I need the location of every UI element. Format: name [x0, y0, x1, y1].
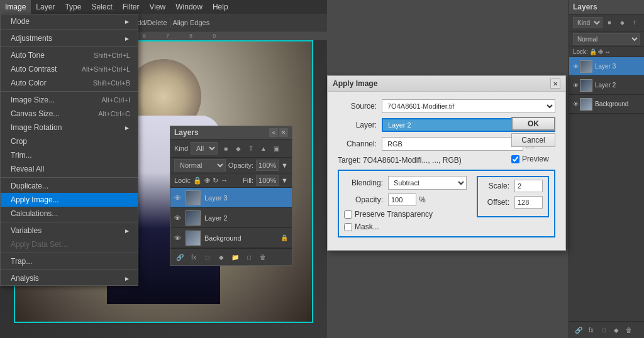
- channel-select[interactable]: RGB: [382, 137, 523, 151]
- dialog-body: Source: 7O4A8601-Modifier.tif Layer: Lay…: [328, 92, 565, 250]
- menu-item-canvas-size[interactable]: Canvas Size... Alt+Ctrl+C: [1, 107, 138, 121]
- menu-item-variables[interactable]: Variables ►: [1, 224, 138, 237]
- right-opt-1[interactable]: ■: [604, 17, 615, 28]
- right-layer-item-layer2[interactable]: 👁 Layer 2: [569, 76, 644, 95]
- right-kind-dropdown[interactable]: Kind: [573, 17, 602, 28]
- right-mask-btn[interactable]: □: [598, 324, 609, 335]
- new-layer-btn[interactable]: □: [243, 251, 255, 263]
- right-opt-3[interactable]: T: [629, 17, 640, 28]
- offset-input[interactable]: [514, 196, 543, 209]
- menu-item-trap[interactable]: Trap...: [1, 254, 138, 268]
- layer-item-background[interactable]: 👁 Background 🔒: [170, 228, 292, 248]
- blending-select[interactable]: Subtract: [388, 176, 467, 190]
- layers-close-btn[interactable]: ✕: [279, 128, 288, 137]
- blending-section: Blending: Subtract Opacity: %: [338, 170, 555, 237]
- menubar-view[interactable]: View: [144, 0, 170, 14]
- menu-item-duplicate[interactable]: Duplicate...: [1, 179, 138, 193]
- menubar-window[interactable]: Window: [170, 0, 208, 14]
- menu-item-crop[interactable]: Crop: [1, 134, 138, 148]
- right-blend-dropdown[interactable]: Normal: [573, 33, 640, 45]
- menubar-filter[interactable]: Filter: [118, 0, 145, 14]
- right-eye-icon-layer3[interactable]: 👁: [573, 63, 579, 70]
- menu-item-analysis[interactable]: Analysis ►: [1, 271, 138, 285]
- scale-label: Scale:: [483, 182, 514, 190]
- mask-btn[interactable]: □: [202, 251, 213, 263]
- menu-item-apply-image[interactable]: Apply Image...: [1, 193, 138, 207]
- menu-item-apply-data-set[interactable]: Apply Data Set...: [1, 237, 138, 251]
- right-adj-btn[interactable]: ◆: [611, 324, 622, 335]
- menu-item-auto-contrast[interactable]: Auto Contrast Alt+Shift+Ctrl+L: [1, 62, 138, 76]
- layer2-name: Layer 2: [204, 214, 228, 222]
- link-btn[interactable]: 🔗: [174, 251, 186, 263]
- layers-controls: « ✕: [269, 128, 288, 137]
- scale-input[interactable]: [514, 180, 543, 192]
- right-opt-2[interactable]: ◆: [616, 17, 628, 28]
- menu-item-auto-tone[interactable]: Auto Tone Shift+Ctrl+L: [1, 48, 138, 62]
- layer-opt-pixel[interactable]: ■: [220, 143, 231, 154]
- right-eye-icon-layer2[interactable]: 👁: [573, 82, 579, 89]
- menu-item-image-rotation[interactable]: Image Rotation ►: [1, 121, 138, 134]
- blend-mode-dropdown[interactable]: Normal: [174, 159, 226, 172]
- right-lock-row: Lock: 🔒 ✙ ↔: [569, 47, 644, 57]
- preserve-checkbox-label[interactable]: Preserve Transparency: [344, 210, 467, 219]
- menubar-layer[interactable]: Layer: [31, 0, 60, 14]
- menubar-type[interactable]: Type: [60, 0, 86, 14]
- layer3-name: Layer 3: [204, 194, 228, 202]
- ok-button[interactable]: OK: [511, 117, 555, 131]
- dialog-buttons: OK Cancel Preview: [511, 117, 555, 163]
- mask-checkbox-label[interactable]: Mask...: [344, 222, 467, 231]
- layer-opt-adjust[interactable]: ◆: [233, 143, 244, 154]
- opacity-dialog-row: Opacity: %: [344, 194, 467, 206]
- menubar-select[interactable]: Select: [86, 0, 117, 14]
- menubar-image[interactable]: Image: [0, 0, 31, 14]
- scale-offset-box: Scale: Offset:: [477, 176, 549, 217]
- layer-item-layer3[interactable]: 👁 Layer 3: [170, 188, 292, 208]
- canvas-area: 1 2 3 4 5 6 7 8 9 Image Layer Type Selec…: [0, 0, 327, 338]
- menubar-help[interactable]: Help: [208, 0, 233, 14]
- right-layer-opts: ■ ◆ T: [604, 17, 640, 28]
- layer-item-layer2[interactable]: 👁 Layer 2: [170, 208, 292, 228]
- menu-item-trim[interactable]: Trim...: [1, 148, 138, 162]
- arrow-icon: ►: [124, 227, 130, 234]
- right-link-btn[interactable]: 🔗: [573, 324, 584, 335]
- dialog-titlebar: Apply Image ✕: [328, 76, 565, 92]
- right-layer-item-layer3[interactable]: 👁 Layer 3: [569, 57, 644, 76]
- menu-sep-7: [1, 270, 138, 270]
- mask-checkbox[interactable]: [344, 223, 352, 231]
- preview-checkbox-label[interactable]: Preview: [511, 155, 555, 163]
- fx-btn[interactable]: fx: [188, 251, 199, 263]
- layers-collapse-btn[interactable]: «: [269, 128, 278, 137]
- right-layer-item-background[interactable]: 👁 Background: [569, 95, 644, 114]
- layer-opt-type[interactable]: T: [245, 143, 257, 154]
- layer-opt-shape[interactable]: ▲: [258, 143, 269, 154]
- delete-layer-btn[interactable]: 🗑: [257, 251, 269, 263]
- fill-input[interactable]: [256, 175, 279, 186]
- menu-item-mode[interactable]: Mode ►: [1, 14, 138, 28]
- menu-item-image-size[interactable]: Image Size... Alt+Ctrl+I: [1, 93, 138, 107]
- right-layers-footer: 🔗 fx □ ◆ 🗑: [569, 321, 644, 338]
- kind-dropdown[interactable]: All: [191, 142, 218, 155]
- blending-row-inner: Blending: Subtract: [344, 176, 467, 190]
- preview-checkbox[interactable]: [511, 155, 519, 163]
- cancel-button[interactable]: Cancel: [511, 133, 555, 147]
- group-btn[interactable]: 📁: [230, 251, 241, 263]
- right-delete-btn[interactable]: 🗑: [623, 324, 635, 335]
- eye-icon-layer2[interactable]: 👁: [174, 214, 183, 222]
- source-select[interactable]: 7O4A8601-Modifier.tif: [382, 99, 555, 113]
- adj-btn[interactable]: ◆: [216, 251, 227, 263]
- layer-opt-smart[interactable]: ▣: [270, 143, 282, 154]
- preserve-checkbox[interactable]: [344, 210, 352, 219]
- align-edges-label: Align Edges: [173, 19, 210, 26]
- menu-item-calculations[interactable]: Calculations...: [1, 207, 138, 221]
- right-fx-btn[interactable]: fx: [586, 324, 597, 335]
- right-eye-icon-bg[interactable]: 👁: [573, 101, 579, 107]
- dialog-close-btn[interactable]: ✕: [550, 79, 560, 89]
- menu-item-auto-color[interactable]: Auto Color Shift+Ctrl+B: [1, 76, 138, 90]
- eye-icon-background[interactable]: 👁: [174, 234, 183, 242]
- opacity-input[interactable]: [256, 160, 279, 171]
- dialog-content: Source: 7O4A8601-Modifier.tif Layer: Lay…: [328, 92, 565, 250]
- menu-item-reveal-all[interactable]: Reveal All: [1, 162, 138, 176]
- opacity-dialog-input[interactable]: [388, 194, 416, 206]
- eye-icon-layer3[interactable]: 👁: [174, 194, 183, 202]
- menu-item-adjustments[interactable]: Adjustments ►: [1, 31, 138, 45]
